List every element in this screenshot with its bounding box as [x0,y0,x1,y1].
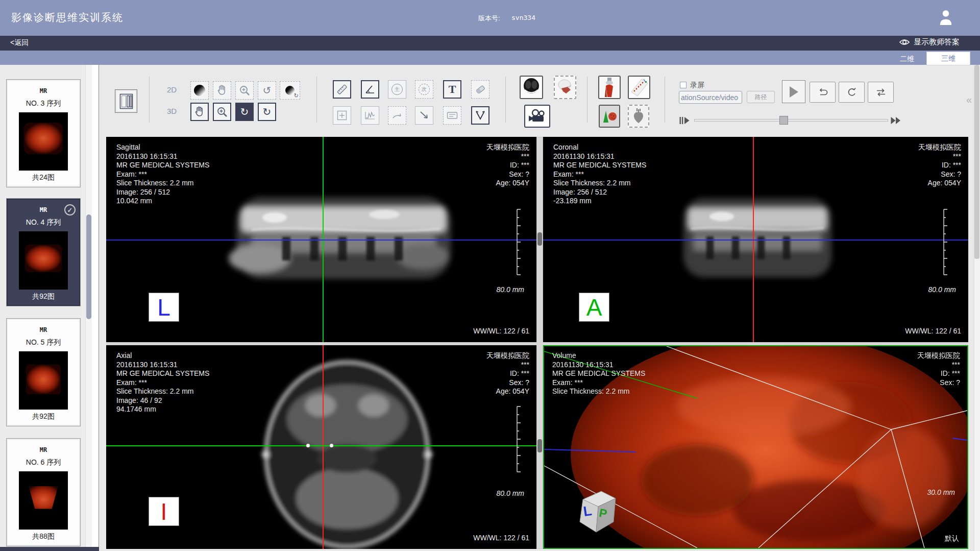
curve-tool-button[interactable] [361,106,379,125]
heart-preset-button[interactable] [628,105,649,128]
arc-tool-button[interactable] [388,106,406,125]
sidebar-scrollbar-thumb[interactable] [86,214,91,319]
viewport-sagittal[interactable]: Sagittal 20161130 16:15:31 MR GE MEDICAL… [106,137,536,342]
playback-speed-slider-track[interactable] [694,119,888,122]
pan-3d-button[interactable] [190,103,209,121]
rotate-icon: ↻ [240,107,249,117]
vp-patient: *** [486,152,529,161]
vp-hospital: 天堰模拟医院 [486,143,529,152]
splitter-handle-top[interactable] [537,232,542,246]
crosshair-vertical-red[interactable] [323,345,324,549]
vp-name: Volume [552,351,645,361]
play-button[interactable] [782,80,805,103]
video-path-input[interactable] [679,91,742,104]
skull-3d-preset-button[interactable] [554,76,576,99]
fast-forward-icon[interactable] [890,115,901,126]
callout-tool-button[interactable] [443,106,461,125]
show-teacher-answer-button[interactable]: 显示教师答案 [899,37,960,47]
rotate-loop-button[interactable] [839,82,865,103]
scale-ruler [513,208,521,276]
rotate-reset-3d-button[interactable]: ↻ [258,103,276,121]
scale-ruler [513,405,521,473]
scout-position-button[interactable] [628,76,650,99]
organ-segmentation-button[interactable] [599,105,620,128]
rotate-3d-button-selected[interactable]: ↻ [235,103,254,121]
orientation-cube[interactable]: L P [575,487,621,538]
step-play-icon[interactable] [679,115,690,126]
series-modality: MR [7,326,80,333]
zoom-3d-button[interactable] [213,103,231,121]
viewport-row-splitter[interactable] [106,342,968,345]
show-teacher-answer-label: 显示教师答案 [914,37,960,47]
vp-hospital: 天堰模拟医院 [917,351,960,361]
swap-direction-button[interactable] [868,82,894,103]
render-preset-label[interactable]: 默认 [945,534,959,543]
orientation-cube-faces [575,487,621,538]
toolbar-separator [505,77,506,123]
crosshair-horizontal-blue[interactable] [106,239,536,241]
record-screen-checkbox[interactable] [680,82,687,88]
splitter-handle-bottom[interactable] [537,439,542,452]
vp-sex: Sex: ? [486,170,529,179]
series-card-1[interactable]: MR NO. 3 序列 共24图 [6,79,81,187]
user-profile-icon[interactable] [938,7,953,30]
text-annotation-button[interactable]: T [443,80,461,99]
series-image-count: 共92图 [7,412,80,421]
window-level-icon [285,86,295,95]
volume-thumb-render [24,484,63,515]
swap-arrows-icon [875,87,887,98]
back-button[interactable]: <返回 [10,38,29,47]
arrow-tool-button[interactable] [415,106,433,125]
nav-bar [0,36,980,51]
roi-secondary-button[interactable]: 次 [415,80,433,99]
tab-3d[interactable]: 三维 [927,52,970,65]
viewport-coronal[interactable]: Coronal 20161130 16:15:31 MR GE MEDICAL … [543,137,968,342]
series-card-2-selected[interactable]: ✓ MR NO. 4 序列 共92图 [6,198,81,306]
orientation-marker-left: L [149,293,179,322]
lung-ct-preset-button[interactable] [520,76,543,99]
page-scrollbar-thumb[interactable] [974,65,979,259]
tab-2d[interactable]: 二维 [887,53,927,65]
layout-button[interactable] [115,89,137,113]
sidebar-bottom-scroll-strip[interactable] [0,547,99,551]
vp-device: MR GE MEDICAL SYSTEMS [552,369,645,378]
path-button[interactable]: 路径 [747,91,775,103]
crosshair-tool-button[interactable] [333,106,351,125]
vp-image-index: Image: 256 / 512 [116,188,209,197]
playback-speed-slider-thumb[interactable] [779,116,788,125]
scale-label: 80.0 mm [497,285,524,295]
wwwl-button[interactable] [190,81,209,100]
video-capture-button[interactable] [524,105,550,128]
loop-play-button[interactable] [810,82,836,103]
pan-2d-button[interactable] [213,81,231,100]
rotate-2d-button[interactable]: ↺ [258,81,276,100]
vp-device: MR GE MEDICAL SYSTEMS [553,161,646,170]
heart-gray-icon [629,106,648,127]
zoom-2d-button[interactable] [235,81,254,100]
open-angle-tool-button[interactable] [471,106,489,125]
bone-preset-button[interactable] [598,76,621,99]
series-card-3[interactable]: MR NO. 5 序列 共92图 [6,318,81,426]
crosshair-horizontal-green[interactable] [106,445,536,446]
viewport-volume-selected[interactable]: Volume 20161130 16:15:31 MR GE MEDICAL S… [543,345,968,549]
collapse-toolbar-icon[interactable]: « [966,94,972,106]
roi-main-icon: 主 [391,84,403,95]
crosshair-horizontal-blue[interactable] [543,239,968,241]
vp-image-index: Image: 256 / 512 [553,188,646,197]
series-card-4[interactable]: MR NO. 6 序列 共88图 [6,438,81,546]
viewport-axial[interactable]: Axial 20161130 16:15:31 MR GE MEDICAL SY… [106,345,536,549]
eraser-button[interactable] [471,80,489,99]
scale-label: 30.0 mm [927,488,955,497]
sidebar-gutter [92,65,99,547]
orientation-marker-inferior: I [149,497,179,526]
wwwl-reset-button[interactable]: ↻ [280,81,300,100]
measure-angle-button[interactable] [361,80,379,99]
measure-length-button[interactable] [333,80,351,99]
roi-main-button[interactable]: 主 [388,80,406,99]
vp-datetime: 20161130 16:15:31 [553,152,646,161]
vp-position: -23.189 mm [553,197,646,206]
dicom-info-left: Volume 20161130 16:15:31 MR GE MEDICAL S… [552,351,645,396]
series-image-count: 共92图 [7,292,80,301]
series-modality: MR [7,87,80,94]
zoom-in-icon [239,85,251,97]
